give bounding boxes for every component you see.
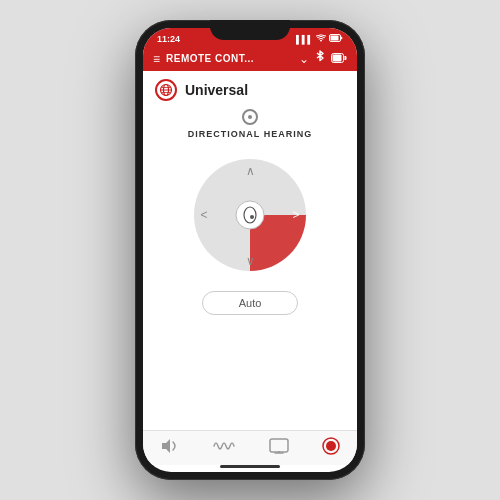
bluetooth-icon[interactable] (315, 50, 325, 67)
screen: 11:24 ▌▌▌ (143, 28, 357, 472)
nav-title: REMOTE CONT... (166, 53, 293, 64)
svg-rect-2 (331, 36, 339, 41)
tab-waves[interactable] (213, 439, 235, 453)
svg-text:>: > (292, 208, 299, 222)
profile-name: Universal (185, 82, 248, 98)
svg-point-10 (236, 201, 264, 229)
battery-icon (329, 34, 343, 44)
hearing-label: DIRECTIONAL HEARING (188, 129, 312, 139)
svg-text:∧: ∧ (246, 164, 255, 178)
svg-rect-17 (270, 439, 288, 452)
signal-icon: ▌▌▌ (296, 35, 313, 44)
auto-button[interactable]: Auto (202, 291, 299, 315)
nav-bar: ≡ REMOTE CONT... ⌄ (143, 46, 357, 71)
svg-text:<: < (200, 208, 207, 222)
phone-shell: 11:24 ▌▌▌ (135, 20, 365, 480)
compass-container[interactable]: ∧ ∨ < > (180, 145, 320, 285)
profile-row: Universal (143, 71, 357, 105)
tab-screen[interactable] (269, 438, 289, 454)
status-time: 11:24 (157, 34, 180, 44)
wifi-icon (316, 34, 326, 44)
status-icons: ▌▌▌ (296, 34, 343, 44)
svg-text:∨: ∨ (246, 254, 255, 268)
tab-bar (143, 430, 357, 465)
svg-point-21 (326, 441, 336, 451)
notch (210, 20, 290, 40)
menu-icon[interactable]: ≡ (153, 52, 160, 66)
home-indicator (220, 465, 280, 468)
directional-compass[interactable]: ∧ ∨ < > (180, 145, 320, 285)
dropdown-icon[interactable]: ⌄ (299, 52, 309, 66)
svg-point-12 (250, 215, 254, 219)
svg-point-0 (320, 40, 322, 42)
content: Universal DIRECTIONAL HEARING (143, 71, 357, 430)
svg-rect-4 (333, 54, 342, 61)
tab-record[interactable] (322, 437, 340, 455)
battery-nav-icon (331, 52, 347, 66)
tab-volume[interactable] (160, 437, 180, 455)
hearing-dot-icon (242, 109, 258, 125)
globe-icon (155, 79, 177, 101)
hearing-section: DIRECTIONAL HEARING (143, 105, 357, 430)
